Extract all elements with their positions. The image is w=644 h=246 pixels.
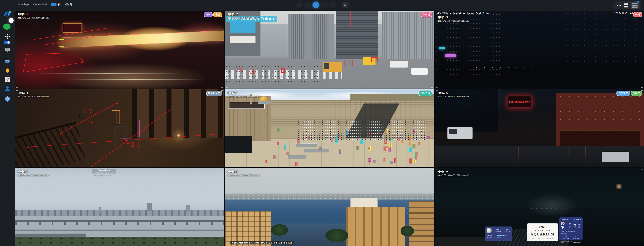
pagination: « ‹ 1 › » ▶ bbox=[296, 2, 348, 8]
illumination-label: Illumination: bbox=[498, 234, 508, 236]
breadcrumb[interactable]: MainPage › Camera Grid bbox=[18, 3, 47, 6]
globe-icon bbox=[4, 96, 10, 102]
camera-tile-6[interactable]: THE TEMPLE BAR 카메라 6 rtsp://172.168.40.1… bbox=[435, 89, 644, 167]
video-frame-5 bbox=[225, 89, 434, 167]
stream-watermark: WEBCAMSYDNEY.COM 2025-10-01 15:51:28 bbox=[230, 241, 294, 244]
sidebar-item-stats[interactable] bbox=[0, 76, 15, 82]
person-detection-boxes bbox=[225, 89, 434, 167]
layout-active-badge bbox=[637, 1, 639, 3]
camera-tile-5[interactable]: 카메라 5 rtsp://172.168.40.152:9005/stream5… bbox=[225, 89, 434, 167]
camera-tile-3[interactable]: NEW YORK - Manhattan Upper East Side 202… bbox=[435, 11, 644, 88]
page-first-button[interactable]: « bbox=[296, 2, 302, 8]
stream-title-watermark: NEW YORK - Manhattan Upper East Side bbox=[437, 12, 488, 15]
aquarium-line3: UNIVERSITY of HAWAI'I bbox=[532, 238, 553, 239]
rain-icon bbox=[573, 224, 576, 226]
layout-1x2-button[interactable] bbox=[617, 5, 621, 6]
neon-sign: THE TEMPLE BAR bbox=[508, 96, 531, 107]
sidebar-item-network[interactable] bbox=[0, 96, 15, 102]
status-green-indicator[interactable] bbox=[3, 24, 10, 30]
breadcrumb-root[interactable]: MainPage bbox=[18, 3, 29, 6]
video-frame-9: 2:05 PM 1:06 AM Waxing Gibbous Illuminat… bbox=[435, 168, 644, 246]
sidebar-item-cameras[interactable] bbox=[0, 58, 15, 64]
camera-tile-2[interactable]: LIVE Shibuya,Tokyo 카메라 2 rtsp://172.168.… bbox=[225, 11, 434, 88]
layout-2x2-button[interactable] bbox=[624, 4, 628, 8]
camera-count-group: 9 bbox=[51, 2, 60, 6]
toggle-knob bbox=[8, 41, 10, 44]
brightness-button[interactable] bbox=[0, 34, 15, 39]
aquarium-line1: WAIKIKI bbox=[534, 229, 551, 232]
sunrise-icon bbox=[564, 235, 568, 238]
weather-wind: 13 mi/h bbox=[578, 225, 580, 228]
camera-tile-8[interactable]: WEBCAMSYDNEY.COM 2025-10-01 15:51:28 카메라… bbox=[225, 168, 434, 246]
out-label: Out bbox=[121, 138, 128, 143]
in-count: 17 bbox=[83, 108, 95, 114]
fish-logo-icon bbox=[538, 225, 547, 229]
page-last-button[interactable]: » bbox=[329, 2, 336, 8]
stream-watermark: LIVE Shibuya,Tokyo bbox=[226, 16, 276, 22]
moonset-icon bbox=[505, 228, 508, 230]
breadcrumb-current[interactable]: Camera Grid bbox=[33, 3, 47, 6]
monitor-icon bbox=[4, 48, 10, 53]
aquarium-line2: AQUARIUM bbox=[531, 232, 554, 237]
sidebar-expand-button[interactable]: → bbox=[8, 18, 14, 23]
page-number-button[interactable]: 1 bbox=[312, 2, 319, 8]
page-next-button[interactable]: › bbox=[321, 2, 328, 8]
layout-3x3-button[interactable] bbox=[631, 2, 639, 9]
camera-tile-9[interactable]: 2:05 PM 1:06 AM Waxing Gibbous Illuminat… bbox=[435, 168, 644, 246]
moon-phase-icon bbox=[486, 228, 492, 233]
settings-count-group: 8 bbox=[65, 2, 72, 6]
weather-high: 88 °F bbox=[569, 222, 571, 225]
moonrise-icon bbox=[496, 228, 499, 230]
theme-toggle[interactable] bbox=[4, 41, 10, 44]
camera-tile-7[interactable]: Banana Fuego Streambeats by Harris Helle… bbox=[15, 168, 224, 246]
event-badge-fall: 쓰러짐 bbox=[421, 12, 432, 17]
layout-2x2-icon bbox=[624, 4, 628, 8]
watermark-subtitle: Streambeats by Harris Heller bbox=[93, 172, 116, 173]
settings-count: 8 bbox=[70, 2, 72, 6]
sunset-time: 6:20 PM bbox=[573, 238, 579, 240]
video-frame-7: Banana Fuego Streambeats by Harris Helle… bbox=[15, 168, 224, 246]
video-camera-icon bbox=[51, 3, 56, 6]
layout-switcher bbox=[614, 1, 641, 9]
weather-low: 77 °F bbox=[569, 226, 571, 228]
weather-forecast: Expect showers Friday afternoon bbox=[561, 230, 581, 234]
weather-precip: 3 % bbox=[574, 226, 576, 228]
tripwire-overlay bbox=[15, 89, 224, 167]
page-prev-button[interactable]: ‹ bbox=[304, 2, 311, 8]
auto-rotate-play-button[interactable]: ▶ bbox=[342, 2, 348, 8]
weather-widget: Honolulu 7:50 PM 80 °F 88 °F 77 °F 3 bbox=[559, 217, 582, 240]
camera-tile-4[interactable]: In 17 Out 21 카메라 4 rtsp://172.168.40.152… bbox=[15, 89, 224, 167]
movie-camera-icon bbox=[4, 58, 10, 64]
illumination-value: 63% bbox=[498, 236, 500, 238]
breadcrumb-separator: › bbox=[30, 3, 32, 6]
top-bar: MainPage › Camera Grid 9 8 « ‹ 1 › » ▶ bbox=[0, 0, 644, 11]
wind-icon bbox=[578, 223, 581, 225]
chart-icon bbox=[4, 76, 10, 82]
sun-icon bbox=[5, 34, 10, 39]
video-frame-2: LIVE Shibuya,Tokyo bbox=[225, 11, 434, 88]
event-badge-helmet: 안전모 bbox=[631, 91, 642, 96]
weather-temp: 80 °F bbox=[561, 222, 568, 230]
sidebar-item-monitor[interactable] bbox=[0, 48, 15, 53]
aquarium-logo-panel: WAIKIKI AQUARIUM UNIVERSITY of HAWAI'I bbox=[527, 224, 558, 241]
sidebar-item-user[interactable] bbox=[0, 86, 15, 92]
user-icon bbox=[5, 86, 10, 92]
weather-updated: September 30, 7:52 PM bbox=[561, 241, 572, 244]
layout-1x2-icon bbox=[617, 5, 621, 6]
moonrise-time: 2:05 PM bbox=[494, 231, 502, 232]
camera-tile-1[interactable]: 카메라 1 rtsp://172.168.40.152:9001/stream1… bbox=[15, 11, 224, 88]
stream-timestamp: Oct 01 2025, 14:51:32 bbox=[94, 174, 112, 176]
bell-icon bbox=[5, 68, 10, 74]
app-logo[interactable] bbox=[0, 11, 15, 18]
moon-phase-name: Waxing Gibbous bbox=[486, 235, 498, 238]
detection-overlay-1 bbox=[15, 11, 224, 88]
event-badge-fire: 화재 bbox=[634, 12, 642, 17]
event-badge-single-person: 단독인원 bbox=[419, 91, 432, 96]
camera-count: 9 bbox=[58, 2, 60, 6]
layout-3x3-icon bbox=[632, 3, 638, 8]
sidebar-item-alerts[interactable] bbox=[0, 68, 15, 74]
video-frame-4: In 17 Out 21 bbox=[15, 89, 224, 167]
video-frame-1 bbox=[15, 11, 224, 88]
moon-widget: 2:05 PM 1:06 AM Waxing Gibbous Illuminat… bbox=[485, 226, 512, 241]
in-label: In bbox=[79, 114, 83, 118]
